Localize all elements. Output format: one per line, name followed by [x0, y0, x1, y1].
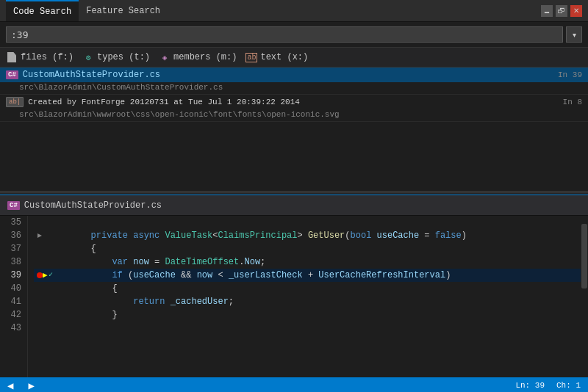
line-numbers: 35 36 37 38 39 40 41 42 43 — [0, 216, 28, 377]
file-icon — [6, 51, 18, 63]
filter-tab-types[interactable]: ⚙ types (t:) — [82, 51, 150, 64]
code-area: private async ValueTask < ClaimsPrincipa… — [28, 216, 588, 377]
minimize-button[interactable]: 🗕 — [541, 5, 553, 17]
results-panel[interactable]: C# CustomAuthStateProvider.cs In 39 src\… — [0, 68, 588, 192]
status-prev-button[interactable]: ◀ — [7, 380, 13, 392]
code-line-43 — [34, 322, 588, 335]
title-bar: Code Search Feature Search 🗕 🗗 ✕ — [0, 0, 588, 22]
editor-title-bar: C# CustomAuthStateProvider.cs — [0, 195, 588, 216]
restore-button[interactable]: 🗗 — [556, 5, 567, 17]
status-bar: ◀ ▶ Ln: 39 Ch: 1 — [0, 377, 588, 392]
code-line-41: return _cachedUser ; — [34, 295, 588, 308]
filter-tabs: files (f:) ⚙ types (t:) ◈ members (m:) a… — [0, 48, 588, 68]
members-icon: ◈ — [159, 51, 171, 63]
result-group-1: C# CustomAuthStateProvider.cs In 39 src\… — [0, 68, 588, 95]
search-dropdown-button[interactable]: ▾ — [566, 26, 582, 43]
code-line-37: { — [34, 242, 588, 255]
scrollbar-thumb[interactable] — [581, 224, 587, 288]
text-icon: ab — [245, 51, 257, 63]
filter-tab-text[interactable]: ab text (x:) — [245, 51, 308, 64]
code-line-35 — [34, 216, 588, 229]
filter-tab-files[interactable]: files (f:) — [6, 51, 74, 64]
filter-tab-members[interactable]: ◈ members (m:) — [159, 51, 237, 64]
editor-content: 35 36 37 38 39 40 41 42 43 — [0, 216, 588, 377]
cs-icon: C# — [6, 70, 18, 79]
code-line-38: var now = DateTimeOffset . Now ; — [34, 255, 588, 269]
code-line-40: { — [34, 282, 588, 295]
code-line-42: } — [34, 308, 588, 322]
status-next-button[interactable]: ▶ — [28, 380, 34, 392]
tab-feature-search[interactable]: Feature Search — [79, 0, 168, 21]
editor-cs-icon: C# — [7, 201, 20, 210]
breakpoint-marker — [37, 272, 43, 278]
result-path-1: src\BlazorAdmin\CustomAuthStateProvider.… — [0, 82, 588, 94]
code-line-36: private async ValueTask < ClaimsPrincipa… — [34, 229, 588, 242]
search-bar: ▾ — [0, 22, 588, 48]
result-item-1[interactable]: C# CustomAuthStateProvider.cs In 39 — [0, 68, 588, 82]
search-input[interactable] — [6, 26, 563, 43]
editor-scrollbar[interactable] — [581, 216, 588, 377]
text-result-icon: ab| — [6, 97, 24, 107]
result-group-2: ab| Created by FontForge 20120731 at Tue… — [0, 95, 588, 122]
types-icon: ⚙ — [82, 51, 94, 63]
editor-title: CustomAuthStateProvider.cs — [24, 200, 162, 211]
editor-panel: C# CustomAuthStateProvider.cs 35 36 37 3… — [0, 195, 588, 377]
result-item-2[interactable]: ab| Created by FontForge 20120731 at Tue… — [0, 95, 588, 109]
status-right: Ln: 39 Ch: 1 — [515, 381, 581, 390]
result-path-2: src\BlazorAdmin\wwwroot\css\open-iconic\… — [0, 109, 588, 121]
status-ch: Ch: 1 — [556, 381, 581, 390]
check-marker: ✓ — [49, 269, 53, 282]
svg-marker-0 — [37, 233, 42, 238]
status-ln: Ln: 39 — [515, 381, 545, 390]
tab-code-search[interactable]: Code Search — [6, 0, 79, 21]
code-line-39: ▶ ✓ if ( useCache && now < _userLastChec… — [34, 269, 588, 282]
close-button[interactable]: ✕ — [570, 5, 582, 17]
arrow-marker: ▶ — [43, 269, 48, 282]
window-controls: 🗕 🗗 ✕ — [541, 5, 582, 17]
title-tabs: Code Search Feature Search — [6, 0, 168, 21]
